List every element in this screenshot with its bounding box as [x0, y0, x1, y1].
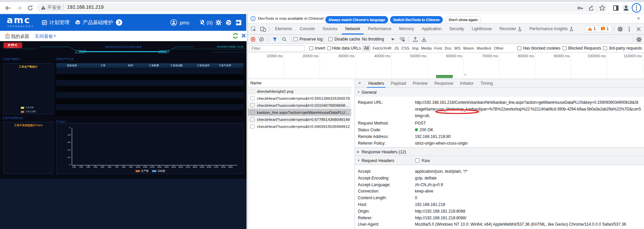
invert-checkbox[interactable]: [309, 46, 313, 50]
network-overview-timeline[interactable]: 10000 ms20000 ms30000 ms40000 ms50000 ms…: [248, 53, 644, 79]
preserve-log-checkbox[interactable]: [293, 37, 298, 41]
raw-label[interactable]: Raw: [422, 156, 430, 165]
request-row[interactable]: checkHeart?usercode=pms&t=0.677851436804…: [248, 116, 351, 123]
request-headers-section-header[interactable]: ▼ Request Headers Raw: [355, 156, 644, 165]
devtools-tab[interactable]: Console: [300, 23, 315, 34]
hide-data-urls-checkbox[interactable]: [327, 46, 331, 50]
request-row[interactable]: kanban_line.aspx?action=getWareHouseData…: [248, 109, 351, 116]
nav-item-plan[interactable]: 计划管理: [42, 14, 69, 31]
requests-name-header[interactable]: Name: [248, 79, 351, 87]
general-section-header[interactable]: ▼ General: [355, 88, 644, 97]
request-checkbox[interactable]: [250, 124, 255, 129]
always-match-language-button[interactable]: Always match Chrome's language: [325, 16, 388, 23]
has-blocked-cookies-checkbox[interactable]: [517, 46, 521, 50]
devtools-tab[interactable]: Sources: [323, 23, 338, 34]
profile-avatar[interactable]: [622, 4, 629, 11]
filter-type[interactable]: JS: [394, 46, 398, 50]
filter-type[interactable]: Doc: [445, 46, 451, 50]
error-badge[interactable]: 1: [598, 26, 611, 31]
hide-data-urls-label[interactable]: Hide data URLs: [332, 46, 361, 51]
request-checkbox[interactable]: [250, 96, 255, 100]
browser-menu-icon[interactable]: [632, 3, 638, 10]
devtools-tab[interactable]: Security: [449, 23, 464, 34]
search-icon[interactable]: [282, 37, 286, 42]
devtools-close-icon[interactable]: [636, 27, 641, 31]
details-tab[interactable]: Initiator: [460, 79, 474, 88]
response-headers-section-header[interactable]: ▶ Response Headers (12): [355, 147, 644, 156]
request-checkbox[interactable]: [250, 89, 255, 93]
address-bar[interactable]: [37, 3, 607, 12]
switch-devtools-chinese-button[interactable]: Switch DevTools to Chinese: [390, 16, 443, 23]
refresh-icon[interactable]: [232, 33, 238, 39]
devtools-tab[interactable]: Performance insights: [529, 23, 573, 34]
filter-type[interactable]: Img: [412, 46, 418, 50]
nav-notifications[interactable]: (0): [200, 14, 213, 31]
warning-badge[interactable]: 1: [585, 26, 598, 31]
details-close-icon[interactable]: ×: [358, 80, 361, 86]
page-close-icon[interactable]: [241, 33, 246, 38]
forward-icon[interactable]: [16, 5, 22, 11]
request-row[interactable]: checkHeart?usercode=pms&t=0.555139632526…: [248, 95, 351, 102]
filter-type-all[interactable]: All: [362, 45, 371, 51]
filter-type[interactable]: Manifest: [477, 46, 491, 50]
legend-label-done[interactable]: 工单完成数: [25, 110, 36, 113]
disable-cache-label[interactable]: Disable cache: [334, 37, 360, 42]
devtools-tab[interactable]: Elements: [275, 23, 292, 34]
details-tab[interactable]: Timing: [480, 79, 493, 88]
nav-user[interactable]: pms: [170, 14, 189, 31]
clear-icon[interactable]: [259, 37, 264, 42]
filter-type[interactable]: WS: [454, 46, 461, 50]
invert-label[interactable]: Invert: [315, 46, 325, 51]
url-text[interactable]: 192.168.161.219: [67, 4, 104, 10]
security-label[interactable]: 不安全: [47, 5, 61, 11]
filter-type[interactable]: Wasm: [463, 46, 474, 50]
devtools-menu-kebab-icon[interactable]: [629, 26, 630, 32]
nav-logout[interactable]: [236, 14, 241, 31]
inspect-element-icon[interactable]: [251, 26, 256, 32]
devtools-tab[interactable]: Network: [345, 23, 360, 34]
reload-icon[interactable]: [27, 5, 34, 11]
home-icon[interactable]: [5, 33, 10, 39]
blocked-requests-label[interactable]: Blocked Requests: [568, 46, 601, 51]
network-conditions-icon[interactable]: [399, 37, 405, 42]
network-settings-gear-icon[interactable]: [636, 37, 642, 42]
key-icon[interactable]: [577, 5, 584, 12]
issues-badges[interactable]: 1 1: [585, 25, 611, 32]
filter-type[interactable]: Fetch/XHR: [373, 46, 391, 50]
filter-type[interactable]: CSS: [401, 46, 410, 50]
has-blocked-cookies-label[interactable]: Has blocked cookies: [523, 46, 560, 51]
export-har-icon[interactable]: [422, 37, 426, 42]
request-row[interactable]: checkHeart?usercode=pms&t=0.040391553599…: [248, 123, 351, 130]
devtools-tab[interactable]: Lighthouse: [472, 23, 492, 34]
devtools-tab[interactable]: Performance: [368, 23, 391, 34]
filter-type[interactable]: Media: [421, 46, 432, 50]
filter-type[interactable]: Other: [494, 46, 503, 50]
request-checkbox[interactable]: [250, 117, 255, 122]
details-tab[interactable]: Payload: [391, 79, 406, 88]
tab-home[interactable]: 我的桌面: [11, 33, 29, 40]
blocked-requests-checkbox[interactable]: [562, 46, 567, 50]
legend-label-total[interactable]: 工单总数: [25, 106, 34, 109]
nav-expand-arrow[interactable]: [116, 14, 122, 31]
third-party-requests-checkbox[interactable]: [603, 46, 607, 50]
third-party-requests-label[interactable]: 3rd-party requests: [609, 46, 642, 51]
legend-label-target[interactable]: 目标数: [158, 169, 165, 173]
nav-item-product[interactable]: 产品基础维护: [75, 14, 113, 31]
request-checkbox[interactable]: [250, 110, 255, 115]
request-checkbox[interactable]: [250, 103, 255, 107]
raw-checkbox[interactable]: [415, 158, 420, 163]
banner-close-icon[interactable]: ×: [637, 15, 640, 21]
devtools-tab[interactable]: Memory: [399, 23, 414, 34]
devtools-tab[interactable]: Application: [422, 23, 442, 34]
filter-funnel-icon[interactable]: [273, 37, 277, 42]
back-icon[interactable]: [5, 5, 11, 11]
preserve-log-label[interactable]: Preserve log: [300, 37, 322, 42]
nav-settings[interactable]: [216, 14, 221, 31]
filter-type[interactable]: Font: [434, 46, 442, 50]
details-tab[interactable]: Preview: [413, 79, 427, 88]
tab-workshop-kanban[interactable]: 车间看板: [35, 33, 53, 40]
legend-label-production[interactable]: 生产数: [141, 169, 149, 173]
details-tab[interactable]: Headers: [368, 79, 384, 88]
request-row[interactable]: directwhiteright2.png: [248, 88, 351, 95]
bookmark-star-icon[interactable]: [599, 5, 606, 11]
